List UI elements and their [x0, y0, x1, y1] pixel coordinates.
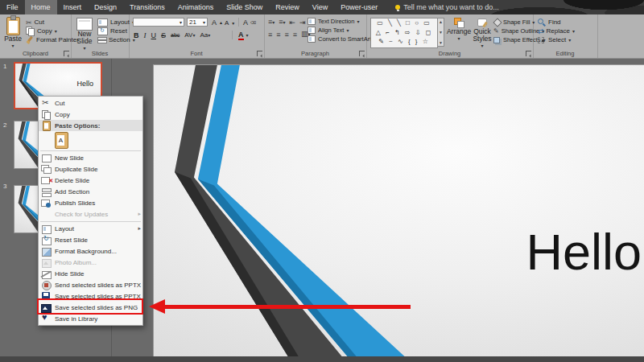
- add-section-icon: [40, 187, 52, 197]
- tab-home[interactable]: Home: [25, 0, 57, 14]
- tab-transitions[interactable]: Transitions: [123, 0, 171, 14]
- align-text-icon: [308, 27, 316, 34]
- align-text-button[interactable]: Align Text▾: [308, 26, 349, 35]
- tab-design[interactable]: Design: [88, 0, 123, 14]
- shapes-gallery[interactable]: ▭ ╲ ╲ □ ○ ▭ △ ⌐ ↰ ⇨ ⇩ ◻ ✎ ~ ∿ { } ☆: [370, 18, 438, 48]
- menu-item-delete-slide[interactable]: Delete Slide: [39, 175, 142, 186]
- scroll-up-icon[interactable]: ▲: [439, 19, 443, 24]
- new-slide-button[interactable]: New Slide ▾: [72, 18, 97, 52]
- paste-button[interactable]: Paste ▾: [2, 17, 23, 50]
- font-size-combobox[interactable]: 21▾: [187, 18, 208, 27]
- submenu-arrow-icon: ▸: [138, 225, 141, 232]
- underline-button[interactable]: U: [151, 31, 157, 39]
- context-menu: Cut Copy Paste Options: New Slide Duplic…: [38, 96, 143, 326]
- shapes-row-2[interactable]: △ ⌐ ↰ ⇨ ⇩ ◻: [371, 28, 437, 38]
- change-case-button[interactable]: Aa▾: [200, 31, 210, 39]
- bullets-button[interactable]: ≡▾: [268, 17, 275, 27]
- menu-item-photo-album: Photo Album...: [39, 257, 142, 268]
- paste-keep-source-formatting-button[interactable]: [55, 132, 68, 149]
- font-name-combobox[interactable]: ▾: [133, 18, 184, 27]
- paste-dropdown-arrow[interactable]: ▾: [11, 43, 14, 50]
- text-direction-button[interactable]: Text Direction▾: [308, 17, 359, 26]
- clear-formatting-button[interactable]: A⌫: [243, 18, 256, 27]
- slides-group-label: Slides: [71, 50, 129, 57]
- menu-item-add-section[interactable]: Add Section: [39, 186, 142, 197]
- gallery-more-icon[interactable]: ▼: [439, 40, 443, 45]
- drawing-dialog-launcher[interactable]: [526, 51, 531, 56]
- clipboard-dialog-launcher[interactable]: [64, 51, 69, 56]
- menu-item-publish-slides[interactable]: Publish Slides: [39, 197, 142, 208]
- shape-fill-icon: [493, 19, 501, 26]
- drawing-group-label: Drawing: [366, 50, 533, 57]
- tab-view[interactable]: View: [306, 0, 334, 14]
- lightbulb-icon: [395, 5, 400, 10]
- paste-clipboard-icon: [6, 17, 20, 35]
- clipboard-icon: [40, 121, 52, 131]
- powerpoint-window: File Home Insert Design Transitions Anim…: [0, 0, 644, 362]
- menu-item-new-slide[interactable]: New Slide: [39, 152, 142, 163]
- tab-animations[interactable]: Animations: [171, 0, 221, 14]
- shape-effects-icon: [493, 36, 501, 43]
- menu-item-copy[interactable]: Copy: [39, 109, 142, 120]
- copy-button[interactable]: Copy▾: [26, 27, 57, 35]
- replace-button[interactable]: Replace▾: [538, 27, 575, 35]
- layout-icon: [40, 224, 52, 234]
- font-color-button[interactable]: A▾: [238, 31, 249, 39]
- select-icon: [538, 36, 546, 44]
- shapes-row-1[interactable]: ▭ ╲ ╲ □ ○ ▭: [371, 19, 437, 28]
- font-group-label: Font: [129, 50, 264, 57]
- group-slides: New Slide ▾ Layout▾ Reset Section▾ Slide…: [71, 14, 130, 58]
- subscript-button[interactable]: abc: [171, 32, 180, 38]
- scissors-icon: [40, 98, 52, 109]
- menu-item-reset-slide[interactable]: Reset Slide: [39, 234, 142, 245]
- align-right-button[interactable]: ≡: [285, 30, 289, 39]
- character-spacing-button[interactable]: AV▾: [184, 31, 195, 39]
- reset-button[interactable]: Reset: [97, 27, 127, 35]
- tab-review[interactable]: Review: [269, 0, 306, 14]
- format-painter-icon: [26, 36, 34, 44]
- tab-power-user[interactable]: Power-user: [334, 0, 384, 14]
- align-left-button[interactable]: ≡: [268, 30, 272, 39]
- reset-slide-icon: [40, 235, 52, 245]
- tab-file[interactable]: File: [0, 0, 25, 14]
- scroll-down-icon[interactable]: ▼: [439, 30, 443, 35]
- italic-button[interactable]: I: [144, 31, 147, 39]
- menu-item-hide-slide[interactable]: Hide Slide: [39, 268, 142, 279]
- hide-slide-icon: [40, 269, 52, 279]
- decrease-indent-button[interactable]: ⇤: [290, 18, 296, 27]
- font-dialog-launcher[interactable]: [257, 51, 262, 56]
- arrange-button[interactable]: Arrange▾: [447, 18, 471, 43]
- slide-editor[interactable]: Hello: [153, 64, 644, 356]
- align-center-button[interactable]: ≡: [276, 30, 280, 39]
- tab-insert[interactable]: Insert: [57, 0, 89, 14]
- shape-outline-icon: [493, 27, 499, 35]
- bold-button[interactable]: B: [134, 31, 139, 39]
- menu-item-layout[interactable]: Layout ▸: [39, 223, 142, 234]
- strikethrough-button[interactable]: S: [161, 31, 166, 39]
- justify-button[interactable]: ≡: [293, 30, 297, 39]
- menu-item-duplicate-slide[interactable]: Duplicate Slide: [39, 163, 142, 175]
- replace-icon: [538, 27, 544, 35]
- quick-styles-button[interactable]: Quick Styles▾: [472, 18, 493, 50]
- shape-fill-button[interactable]: Shape Fill▾: [493, 18, 535, 27]
- menu-item-cut[interactable]: Cut: [39, 97, 142, 109]
- menu-item-format-background[interactable]: Format Background...: [39, 245, 142, 257]
- find-button[interactable]: Find: [538, 18, 561, 27]
- tell-me-box[interactable]: Tell me what you want to do...: [395, 0, 499, 14]
- publish-slides-icon: [40, 198, 52, 208]
- tab-slide-show[interactable]: Slide Show: [220, 0, 269, 14]
- cut-button[interactable]: Cut: [26, 18, 44, 27]
- grow-font-button[interactable]: A▲: [212, 18, 223, 27]
- text-direction-icon: [308, 18, 316, 25]
- numbering-button[interactable]: ≡▾: [279, 17, 285, 27]
- slide-title-text[interactable]: Hello: [526, 223, 642, 281]
- paste-label: Paste: [4, 35, 22, 43]
- menu-item-save-in-library[interactable]: Save in Library: [39, 313, 142, 324]
- paragraph-dialog-launcher[interactable]: [359, 51, 365, 56]
- increase-indent-button[interactable]: ⇥: [299, 18, 306, 27]
- shapes-row-3[interactable]: ✎ ~ ∿ { } ☆: [371, 37, 437, 47]
- shrink-font-button[interactable]: A▼: [225, 19, 235, 27]
- shapes-gallery-scrollbar[interactable]: ▲ ▼ ▼: [437, 18, 444, 47]
- menu-item-send-selected-slides-as-pptx[interactable]: Send selected slides as PPTX: [39, 279, 142, 290]
- select-button[interactable]: Select▾: [538, 35, 571, 44]
